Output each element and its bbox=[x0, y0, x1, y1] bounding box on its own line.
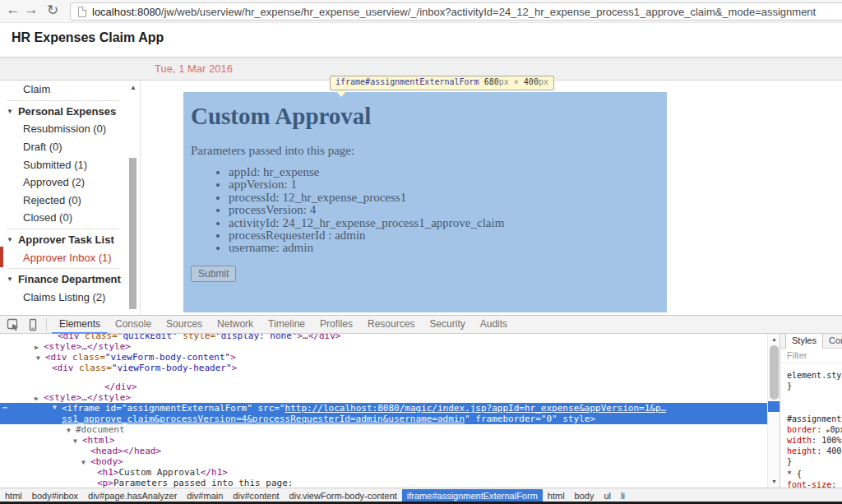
sidebar-section-personal-expenses[interactable]: ▼Personal Expenses bbox=[0, 103, 127, 121]
tree-row-iframe-selected[interactable]: ⋯▼<iframe id="assignmentExternalForm" sr… bbox=[0, 403, 767, 424]
css-text: 0px bbox=[830, 425, 842, 434]
parameter-item: appId: hr_expense bbox=[229, 166, 659, 178]
breadcrumb-body-inbox[interactable]: body#inbox bbox=[27, 489, 83, 502]
iframe-src-link[interactable]: ss1_approve_claim&processVersion=4&proce… bbox=[62, 414, 465, 424]
tab-profiles[interactable]: Profiles bbox=[312, 316, 360, 334]
tree-row[interactable]: <div class="viewForm-body-header"> bbox=[0, 363, 767, 373]
sidebar-item-closed-0[interactable]: Closed (0) bbox=[0, 209, 127, 227]
scroll-down-icon[interactable]: ▼ bbox=[768, 477, 780, 487]
tab-elements[interactable]: Elements bbox=[52, 316, 108, 334]
scroll-up-icon[interactable]: ▲ bbox=[768, 335, 780, 344]
tree-row[interactable]: ▶<style>…</style> bbox=[0, 392, 767, 403]
sidebar-section-label: Approver Task List bbox=[18, 234, 114, 246]
tree-row[interactable]: </div> bbox=[0, 381, 767, 392]
tree-row-line: ss1_approve_claim&processVersion=4&proce… bbox=[0, 414, 767, 424]
tree-row[interactable]: ▼<body> bbox=[0, 456, 767, 467]
syntax-attr: style= bbox=[178, 334, 215, 341]
syntax-tag: <head></head> bbox=[90, 446, 161, 456]
tree-blank-line bbox=[0, 373, 767, 381]
sidebar-item-draft-0[interactable]: Draft (0) bbox=[0, 138, 127, 156]
css-rule-line[interactable]: #assignmentExternalForm { bbox=[787, 414, 842, 424]
sidebar-item-resubmission-0[interactable]: Resubmission (0) bbox=[0, 120, 127, 138]
css-rule-line[interactable]: } bbox=[787, 456, 842, 467]
breadcrumb-div-content[interactable]: div#content bbox=[228, 489, 284, 502]
tab-security[interactable]: Security bbox=[422, 316, 472, 334]
parameter-item: username: admin bbox=[229, 242, 659, 254]
breadcrumb-body[interactable]: body bbox=[570, 489, 599, 502]
sidebar-menu: Claim▼Personal ExpensesResubmission (0)D… bbox=[0, 81, 140, 315]
tooltip-times: × bbox=[514, 77, 519, 86]
app-title: HR Expenses Claim App bbox=[12, 30, 164, 45]
sidebar-item-rejected-0[interactable]: Rejected (0) bbox=[0, 192, 127, 210]
device-toolbar-icon[interactable] bbox=[26, 318, 39, 331]
breadcrumb-html[interactable]: html bbox=[0, 489, 27, 502]
syntax-tag: > bbox=[232, 363, 238, 373]
tree-row[interactable]: ▶<style>…</style> bbox=[0, 341, 767, 352]
css-rule-line[interactable]: border: ▶0px bbox=[787, 424, 842, 435]
tree-row[interactable]: <head></head> bbox=[0, 446, 767, 456]
sidebar-item-claim[interactable]: Claim bbox=[0, 81, 127, 99]
breadcrumb-li[interactable]: li bbox=[616, 489, 630, 502]
sidebar-section-finance-department[interactable]: ▼Finance Department bbox=[0, 270, 127, 289]
breadcrumb-ul[interactable]: ul bbox=[599, 489, 616, 502]
devtools-highlight-tooltip: iframe#assignmentExternalForm 680px × 40… bbox=[330, 76, 554, 90]
row-actions-icon[interactable]: ⋯ bbox=[2, 403, 7, 412]
syntax-tag: </div> bbox=[308, 334, 341, 341]
iframe-src-link[interactable]: http://localhost:8080/magic/index.jsp?ap… bbox=[285, 403, 667, 414]
parameter-item: appVersion: 1 bbox=[229, 178, 659, 191]
css-text: element.style { bbox=[787, 371, 842, 380]
address-bar[interactable]: localhost:8080/jw/web/userview/hr_expens… bbox=[70, 2, 842, 21]
elements-scrollbar: ▲ ▼ bbox=[767, 334, 780, 488]
tooltip-unit-h: px bbox=[539, 77, 548, 86]
syntax-tag: <iframe bbox=[62, 403, 99, 414]
tree-row[interactable]: ▼<div class="viewForm-body-content"> bbox=[0, 352, 767, 363]
iframe-content: Custom Approval Parameters passed into t… bbox=[183, 92, 667, 289]
syntax-val: "display: none" bbox=[215, 334, 297, 341]
syntax-val: "viewForm-body-content" bbox=[105, 352, 230, 363]
breadcrumb-div-viewform-body-content[interactable]: div.viewForm-body-content bbox=[285, 489, 402, 502]
css-rule-line[interactable]: height: 400px; bbox=[787, 446, 842, 456]
submit-button[interactable]: Submit bbox=[191, 266, 236, 282]
breadcrumb-div-page-hasanalyzer[interactable]: div#page.hasAnalyzer bbox=[83, 489, 182, 502]
tree-row[interactable]: ▼#document bbox=[0, 424, 767, 435]
css-text: #assignmentExternalForm { bbox=[787, 414, 842, 423]
css-rule-line[interactable]: font-size: bbox=[787, 479, 842, 488]
css-rule-line[interactable]: width: 100%; bbox=[787, 435, 842, 446]
sidebar-section-approver-task-list[interactable]: ▼Approver Task List bbox=[0, 231, 127, 249]
sidebar-scrollbar-thumb[interactable] bbox=[129, 158, 136, 309]
tree-row[interactable]: ▼<html> bbox=[0, 435, 767, 446]
inspect-element-icon[interactable] bbox=[7, 318, 20, 331]
syntax-attr: class= bbox=[80, 334, 118, 341]
page-icon bbox=[78, 7, 86, 17]
tab-styles[interactable]: Styles bbox=[785, 334, 823, 349]
tree-row[interactable]: <h1>Custom Approval</h1> bbox=[0, 467, 767, 478]
styles-filter-input[interactable]: Filter bbox=[780, 349, 842, 363]
css-rule-line[interactable]: element.style { bbox=[787, 370, 842, 381]
syntax-tag: </style> bbox=[87, 392, 131, 403]
tab-audits[interactable]: Audits bbox=[473, 316, 515, 334]
sidebar-item-approver-inbox-1[interactable]: Approver Inbox (1) bbox=[0, 248, 127, 266]
forward-icon[interactable]: → bbox=[23, 2, 39, 18]
tree-row[interactable]: <p>Parameters passed into this page: bbox=[0, 478, 767, 488]
breadcrumb-div-main[interactable]: div#main bbox=[182, 489, 228, 502]
sidebar-item-submitted-1[interactable]: Submitted (1) bbox=[0, 155, 127, 173]
expand-arrow-icon[interactable]: ▼ bbox=[53, 404, 57, 411]
sidebar-scroll-up-icon[interactable]: ▲ bbox=[128, 83, 138, 93]
sidebar-item-approved-2[interactable]: Approved (2) bbox=[0, 173, 127, 192]
css-rules: element.style {}#assignmentExternalForm … bbox=[787, 363, 842, 488]
tab-resources[interactable]: Resources bbox=[360, 316, 422, 334]
back-icon[interactable]: ← bbox=[5, 2, 21, 18]
elements-scrollbar-thumb[interactable] bbox=[770, 345, 779, 400]
refresh-icon[interactable]: ↻ bbox=[44, 2, 61, 19]
tab-timeline[interactable]: Timeline bbox=[261, 316, 312, 334]
tree-row[interactable]: <div class="quickEdit" style="display: n… bbox=[0, 334, 767, 341]
breadcrumb-html[interactable]: html bbox=[543, 489, 570, 502]
css-rule-line[interactable]: * { bbox=[787, 469, 842, 479]
tab-console[interactable]: Console bbox=[108, 316, 159, 334]
tab-sources[interactable]: Sources bbox=[159, 316, 210, 334]
breadcrumb-iframe-assignmentexternalform[interactable]: iframe#assignmentExternalForm bbox=[402, 489, 543, 502]
tab-network[interactable]: Network bbox=[210, 316, 261, 334]
sidebar-item-claims-listing-2[interactable]: Claims Listing (2) bbox=[0, 289, 127, 307]
tab-computed[interactable]: Computed bbox=[823, 334, 842, 349]
css-rule-line[interactable]: } bbox=[787, 381, 842, 391]
